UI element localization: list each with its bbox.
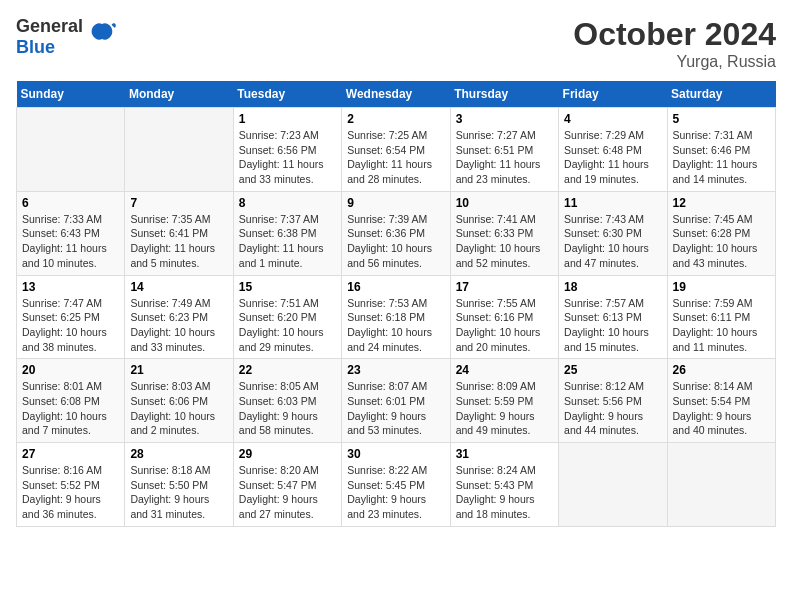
calendar-cell: 5Sunrise: 7:31 AMSunset: 6:46 PMDaylight… <box>667 108 775 192</box>
calendar-cell: 8Sunrise: 7:37 AMSunset: 6:38 PMDaylight… <box>233 191 341 275</box>
calendar-cell: 22Sunrise: 8:05 AMSunset: 6:03 PMDayligh… <box>233 359 341 443</box>
day-number: 13 <box>22 280 119 294</box>
day-number: 28 <box>130 447 227 461</box>
day-number: 14 <box>130 280 227 294</box>
calendar-cell <box>559 443 667 527</box>
day-number: 25 <box>564 363 661 377</box>
calendar-cell: 3Sunrise: 7:27 AMSunset: 6:51 PMDaylight… <box>450 108 558 192</box>
day-info: Sunrise: 8:24 AMSunset: 5:43 PMDaylight:… <box>456 463 553 522</box>
day-info: Sunrise: 8:16 AMSunset: 5:52 PMDaylight:… <box>22 463 119 522</box>
calendar-cell: 7Sunrise: 7:35 AMSunset: 6:41 PMDaylight… <box>125 191 233 275</box>
calendar-cell: 23Sunrise: 8:07 AMSunset: 6:01 PMDayligh… <box>342 359 450 443</box>
day-number: 9 <box>347 196 444 210</box>
day-number: 2 <box>347 112 444 126</box>
day-number: 24 <box>456 363 553 377</box>
bird-icon <box>87 19 117 55</box>
calendar-cell: 1Sunrise: 7:23 AMSunset: 6:56 PMDaylight… <box>233 108 341 192</box>
calendar-cell: 2Sunrise: 7:25 AMSunset: 6:54 PMDaylight… <box>342 108 450 192</box>
day-info: Sunrise: 7:57 AMSunset: 6:13 PMDaylight:… <box>564 296 661 355</box>
day-info: Sunrise: 7:23 AMSunset: 6:56 PMDaylight:… <box>239 128 336 187</box>
calendar-week-row-3: 13Sunrise: 7:47 AMSunset: 6:25 PMDayligh… <box>17 275 776 359</box>
calendar-cell: 12Sunrise: 7:45 AMSunset: 6:28 PMDayligh… <box>667 191 775 275</box>
day-info: Sunrise: 7:53 AMSunset: 6:18 PMDaylight:… <box>347 296 444 355</box>
day-number: 1 <box>239 112 336 126</box>
page-subtitle: Yurga, Russia <box>573 53 776 71</box>
day-number: 8 <box>239 196 336 210</box>
weekday-header-thursday: Thursday <box>450 81 558 108</box>
calendar-cell: 15Sunrise: 7:51 AMSunset: 6:20 PMDayligh… <box>233 275 341 359</box>
day-number: 16 <box>347 280 444 294</box>
weekday-header-wednesday: Wednesday <box>342 81 450 108</box>
weekday-header-row: SundayMondayTuesdayWednesdayThursdayFrid… <box>17 81 776 108</box>
day-number: 26 <box>673 363 770 377</box>
calendar-cell <box>125 108 233 192</box>
day-number: 22 <box>239 363 336 377</box>
calendar-cell: 25Sunrise: 8:12 AMSunset: 5:56 PMDayligh… <box>559 359 667 443</box>
day-number: 6 <box>22 196 119 210</box>
calendar-cell: 13Sunrise: 7:47 AMSunset: 6:25 PMDayligh… <box>17 275 125 359</box>
day-number: 4 <box>564 112 661 126</box>
calendar-cell <box>17 108 125 192</box>
calendar-cell: 17Sunrise: 7:55 AMSunset: 6:16 PMDayligh… <box>450 275 558 359</box>
day-info: Sunrise: 8:18 AMSunset: 5:50 PMDaylight:… <box>130 463 227 522</box>
day-info: Sunrise: 7:37 AMSunset: 6:38 PMDaylight:… <box>239 212 336 271</box>
day-number: 12 <box>673 196 770 210</box>
day-number: 23 <box>347 363 444 377</box>
day-info: Sunrise: 8:03 AMSunset: 6:06 PMDaylight:… <box>130 379 227 438</box>
day-number: 11 <box>564 196 661 210</box>
calendar-cell: 28Sunrise: 8:18 AMSunset: 5:50 PMDayligh… <box>125 443 233 527</box>
day-number: 19 <box>673 280 770 294</box>
day-number: 21 <box>130 363 227 377</box>
logo-blue: Blue <box>16 37 55 57</box>
day-number: 27 <box>22 447 119 461</box>
calendar-cell: 24Sunrise: 8:09 AMSunset: 5:59 PMDayligh… <box>450 359 558 443</box>
day-info: Sunrise: 8:14 AMSunset: 5:54 PMDaylight:… <box>673 379 770 438</box>
day-number: 10 <box>456 196 553 210</box>
weekday-header-monday: Monday <box>125 81 233 108</box>
weekday-header-tuesday: Tuesday <box>233 81 341 108</box>
calendar-cell: 16Sunrise: 7:53 AMSunset: 6:18 PMDayligh… <box>342 275 450 359</box>
day-info: Sunrise: 7:39 AMSunset: 6:36 PMDaylight:… <box>347 212 444 271</box>
calendar-cell <box>667 443 775 527</box>
day-info: Sunrise: 8:01 AMSunset: 6:08 PMDaylight:… <box>22 379 119 438</box>
calendar-cell: 10Sunrise: 7:41 AMSunset: 6:33 PMDayligh… <box>450 191 558 275</box>
calendar-cell: 30Sunrise: 8:22 AMSunset: 5:45 PMDayligh… <box>342 443 450 527</box>
day-info: Sunrise: 8:20 AMSunset: 5:47 PMDaylight:… <box>239 463 336 522</box>
calendar-table: SundayMondayTuesdayWednesdayThursdayFrid… <box>16 81 776 527</box>
calendar-cell: 26Sunrise: 8:14 AMSunset: 5:54 PMDayligh… <box>667 359 775 443</box>
day-number: 20 <box>22 363 119 377</box>
day-info: Sunrise: 8:07 AMSunset: 6:01 PMDaylight:… <box>347 379 444 438</box>
day-info: Sunrise: 7:55 AMSunset: 6:16 PMDaylight:… <box>456 296 553 355</box>
calendar-cell: 9Sunrise: 7:39 AMSunset: 6:36 PMDaylight… <box>342 191 450 275</box>
day-number: 30 <box>347 447 444 461</box>
day-number: 5 <box>673 112 770 126</box>
calendar-cell: 20Sunrise: 8:01 AMSunset: 6:08 PMDayligh… <box>17 359 125 443</box>
day-info: Sunrise: 7:43 AMSunset: 6:30 PMDaylight:… <box>564 212 661 271</box>
day-info: Sunrise: 7:59 AMSunset: 6:11 PMDaylight:… <box>673 296 770 355</box>
day-info: Sunrise: 7:51 AMSunset: 6:20 PMDaylight:… <box>239 296 336 355</box>
day-number: 31 <box>456 447 553 461</box>
calendar-cell: 18Sunrise: 7:57 AMSunset: 6:13 PMDayligh… <box>559 275 667 359</box>
day-info: Sunrise: 7:35 AMSunset: 6:41 PMDaylight:… <box>130 212 227 271</box>
calendar-cell: 27Sunrise: 8:16 AMSunset: 5:52 PMDayligh… <box>17 443 125 527</box>
calendar-cell: 4Sunrise: 7:29 AMSunset: 6:48 PMDaylight… <box>559 108 667 192</box>
day-info: Sunrise: 7:29 AMSunset: 6:48 PMDaylight:… <box>564 128 661 187</box>
page-header: General Blue October 2024 Yurga, Russia <box>16 16 776 71</box>
calendar-cell: 11Sunrise: 7:43 AMSunset: 6:30 PMDayligh… <box>559 191 667 275</box>
logo-general: General <box>16 16 83 36</box>
calendar-week-row-5: 27Sunrise: 8:16 AMSunset: 5:52 PMDayligh… <box>17 443 776 527</box>
calendar-cell: 21Sunrise: 8:03 AMSunset: 6:06 PMDayligh… <box>125 359 233 443</box>
calendar-week-row-2: 6Sunrise: 7:33 AMSunset: 6:43 PMDaylight… <box>17 191 776 275</box>
calendar-cell: 14Sunrise: 7:49 AMSunset: 6:23 PMDayligh… <box>125 275 233 359</box>
day-info: Sunrise: 7:27 AMSunset: 6:51 PMDaylight:… <box>456 128 553 187</box>
day-number: 15 <box>239 280 336 294</box>
weekday-header-saturday: Saturday <box>667 81 775 108</box>
calendar-cell: 29Sunrise: 8:20 AMSunset: 5:47 PMDayligh… <box>233 443 341 527</box>
day-number: 7 <box>130 196 227 210</box>
day-info: Sunrise: 8:09 AMSunset: 5:59 PMDaylight:… <box>456 379 553 438</box>
calendar-cell: 31Sunrise: 8:24 AMSunset: 5:43 PMDayligh… <box>450 443 558 527</box>
logo: General Blue <box>16 16 117 58</box>
day-info: Sunrise: 7:47 AMSunset: 6:25 PMDaylight:… <box>22 296 119 355</box>
day-info: Sunrise: 7:31 AMSunset: 6:46 PMDaylight:… <box>673 128 770 187</box>
day-number: 18 <box>564 280 661 294</box>
